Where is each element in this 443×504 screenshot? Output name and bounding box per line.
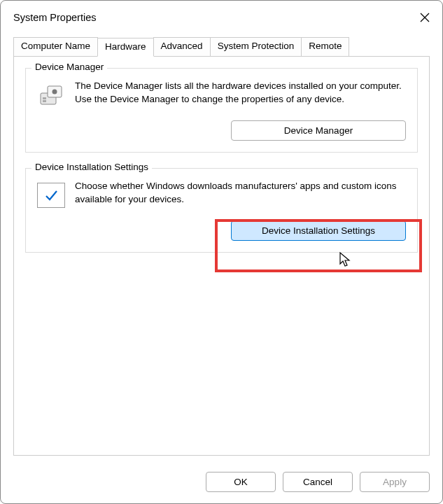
tab-hardware[interactable]: Hardware bbox=[97, 38, 154, 57]
device-installation-icon bbox=[36, 180, 66, 211]
ok-button[interactable]: OK bbox=[206, 472, 276, 492]
device-manager-button[interactable]: Device Manager bbox=[231, 120, 406, 141]
titlebar: System Properties bbox=[1, 1, 442, 31]
tab-panel: Device Manager The Device Manager lists … bbox=[13, 56, 430, 456]
tab-computer-name[interactable]: Computer Name bbox=[13, 37, 98, 56]
cancel-button[interactable]: Cancel bbox=[283, 472, 353, 492]
system-properties-window: System Properties Computer Name Hardware… bbox=[0, 0, 443, 504]
svg-rect-6 bbox=[43, 100, 46, 102]
close-icon bbox=[420, 13, 430, 22]
tab-remote[interactable]: Remote bbox=[301, 37, 349, 56]
device-manager-description: The Device Manager lists all the hardwar… bbox=[75, 80, 407, 106]
tab-advanced[interactable]: Advanced bbox=[153, 37, 211, 56]
device-installation-settings-button[interactable]: Device Installation Settings bbox=[231, 220, 406, 241]
dialog-button-bar: OK Cancel Apply bbox=[1, 465, 442, 503]
tabstrip: Computer Name Hardware Advanced System P… bbox=[1, 37, 442, 57]
svg-point-4 bbox=[52, 90, 57, 94]
svg-rect-5 bbox=[43, 97, 46, 99]
cursor-icon bbox=[339, 251, 353, 270]
device-installation-description: Choose whether Windows downloads manufac… bbox=[75, 180, 407, 206]
device-manager-legend: Device Manager bbox=[31, 62, 107, 72]
tab-system-protection[interactable]: System Protection bbox=[210, 37, 302, 56]
apply-button[interactable]: Apply bbox=[360, 472, 430, 492]
close-button[interactable] bbox=[417, 10, 433, 25]
check-icon bbox=[43, 188, 59, 203]
device-manager-icon bbox=[36, 80, 66, 111]
device-installation-legend: Device Installation Settings bbox=[31, 162, 152, 172]
window-title: System Properties bbox=[13, 12, 96, 23]
device-manager-group: Device Manager The Device Manager lists … bbox=[25, 68, 418, 153]
device-installation-group: Device Installation Settings Choose whet… bbox=[25, 168, 418, 253]
